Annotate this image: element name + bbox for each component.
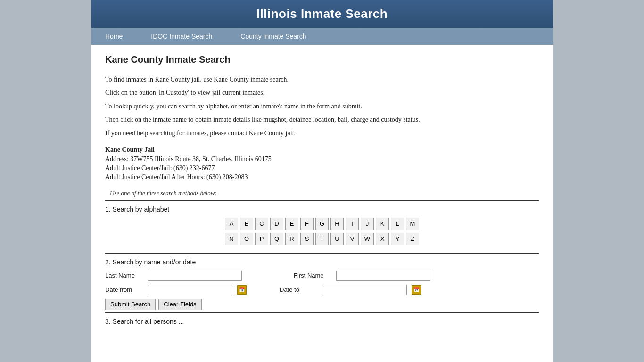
- search3-section: 3. Search for all persons ...: [105, 318, 539, 325]
- alpha-btn-L[interactable]: L: [391, 218, 404, 230]
- clear-fields-button[interactable]: Clear Fields: [158, 299, 201, 310]
- date-row: Date from 📅 Date to 📅: [105, 285, 539, 295]
- nav-county[interactable]: County Inmate Search: [226, 28, 320, 45]
- alpha-btn-R[interactable]: R: [285, 233, 298, 245]
- alpha-row-2: NOPQRSTUVWXYZ: [225, 233, 419, 245]
- search2-label: 2. Search by name and/or date: [105, 258, 539, 266]
- desc-line-1: To find inmates in Kane County jail, use…: [105, 74, 539, 85]
- search1-label: 1. Search by alphabet: [105, 206, 539, 213]
- alpha-btn-O[interactable]: O: [240, 233, 253, 245]
- alpha-btn-X[interactable]: X: [376, 233, 389, 245]
- calendar-from-icon[interactable]: 📅: [237, 285, 247, 295]
- calendar-to-icon[interactable]: 📅: [412, 285, 421, 295]
- first-name-label: First Name: [294, 272, 331, 279]
- alpha-btn-W[interactable]: W: [361, 233, 374, 245]
- search-methods-hint: Use one of the three search methods belo…: [110, 189, 539, 197]
- alpha-btn-U[interactable]: U: [330, 233, 344, 245]
- nav-bar: Home IDOC Inmate Search County Inmate Se…: [91, 28, 553, 45]
- alpha-btn-J[interactable]: J: [361, 218, 374, 230]
- alpha-row-1: ABCDEFGHIJKLM: [225, 218, 419, 230]
- last-name-input[interactable]: [148, 271, 242, 281]
- alpha-btn-E[interactable]: E: [285, 218, 298, 230]
- jail-address: Address: 37W755 Illinois Route 38, St. C…: [105, 156, 539, 163]
- alpha-btn-F[interactable]: F: [300, 218, 314, 230]
- alpha-btn-T[interactable]: T: [315, 233, 329, 245]
- date-from-label: Date from: [105, 286, 143, 293]
- main-content: Kane County Inmate Search To find inmate…: [91, 45, 553, 344]
- last-name-label: Last Name: [105, 272, 143, 279]
- alphabet-container: ABCDEFGHIJKLM NOPQRSTUVWXYZ: [105, 218, 539, 245]
- alpha-btn-V[interactable]: V: [346, 233, 359, 245]
- first-name-input[interactable]: [336, 271, 430, 281]
- search-alphabet-section: 1. Search by alphabet ABCDEFGHIJKLM NOPQ…: [105, 206, 539, 245]
- jail-phone: Adult Justice Center/Jail: (630) 232-667…: [105, 165, 539, 172]
- jail-after-hours: Adult Justice Center/Jail After Hours: (…: [105, 173, 539, 181]
- desc-line-4: Then click on the inmate name to obtain …: [105, 115, 539, 125]
- search3-label: 3. Search for all persons ...: [105, 318, 539, 325]
- name-row: Last Name First Name: [105, 271, 539, 281]
- jail-info-block: Kane County Jail Address: 37W755 Illinoi…: [105, 146, 539, 181]
- button-row: Submit Search Clear Fields: [105, 299, 539, 310]
- alpha-btn-K[interactable]: K: [376, 218, 389, 230]
- alpha-btn-A[interactable]: A: [225, 218, 238, 230]
- alpha-btn-S[interactable]: S: [300, 233, 314, 245]
- alpha-btn-B[interactable]: B: [240, 218, 253, 230]
- alpha-btn-Q[interactable]: Q: [270, 233, 283, 245]
- alpha-btn-Z[interactable]: Z: [406, 233, 419, 245]
- desc-line-5: If you need help searching for inmates, …: [105, 128, 539, 139]
- date-to-input[interactable]: [322, 285, 407, 295]
- alpha-btn-P[interactable]: P: [255, 233, 268, 245]
- divider-1: [105, 200, 539, 201]
- submit-search-button[interactable]: Submit Search: [105, 299, 156, 310]
- date-to-label: Date to: [280, 286, 317, 293]
- nav-idoc[interactable]: IDOC Inmate Search: [137, 28, 226, 45]
- divider-3: [105, 312, 539, 313]
- alpha-btn-I[interactable]: I: [346, 218, 359, 230]
- alpha-btn-D[interactable]: D: [270, 218, 283, 230]
- description-block: To find inmates in Kane County jail, use…: [105, 74, 539, 139]
- header-title: Illinois Inmate Search: [256, 7, 388, 21]
- alpha-btn-M[interactable]: M: [406, 218, 419, 230]
- search-name-section: 2. Search by name and/or date Last Name …: [105, 258, 539, 310]
- alpha-btn-C[interactable]: C: [255, 218, 268, 230]
- alpha-btn-N[interactable]: N: [225, 233, 238, 245]
- nav-home[interactable]: Home: [91, 28, 137, 45]
- desc-line-2: Click on the button 'In Custody' to view…: [105, 88, 539, 98]
- divider-2: [105, 253, 539, 254]
- alpha-btn-G[interactable]: G: [315, 218, 329, 230]
- desc-line-3: To lookup quickly, you can search by alp…: [105, 101, 539, 112]
- alpha-btn-H[interactable]: H: [330, 218, 344, 230]
- alpha-btn-Y[interactable]: Y: [391, 233, 404, 245]
- header: Illinois Inmate Search: [91, 0, 553, 28]
- jail-title: Kane County Jail: [105, 146, 539, 154]
- date-from-input[interactable]: [148, 285, 232, 295]
- page-title: Kane County Inmate Search: [105, 54, 539, 65]
